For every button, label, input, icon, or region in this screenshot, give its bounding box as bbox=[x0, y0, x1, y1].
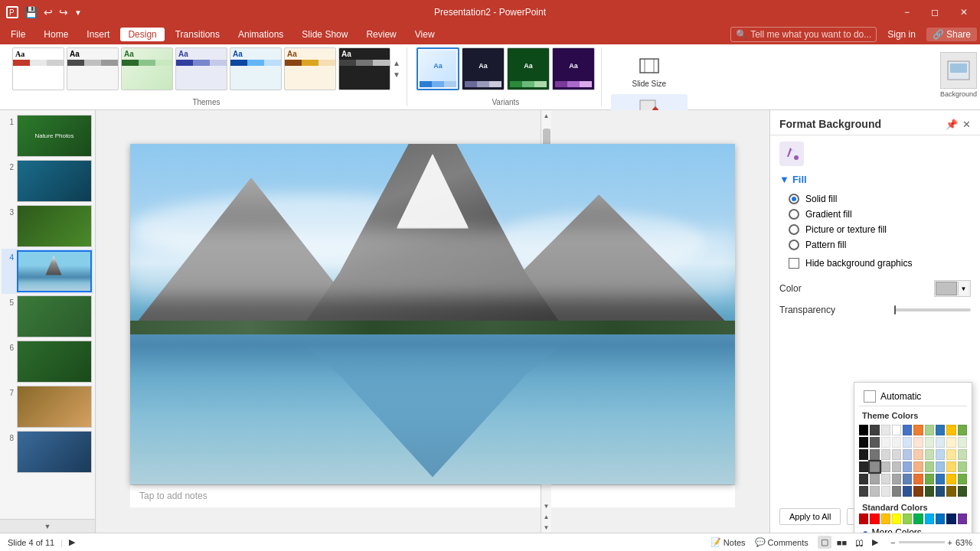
menu-animations[interactable]: Animations bbox=[230, 28, 291, 41]
cp-cell-5-6[interactable] bbox=[925, 486, 934, 497]
scroll-up-btn[interactable]: ▲ bbox=[541, 110, 551, 121]
gradient-fill-option[interactable]: Gradient fill bbox=[779, 207, 971, 222]
panel-close-btn[interactable]: ✕ bbox=[962, 119, 971, 130]
cp-cell-1-5[interactable] bbox=[913, 437, 923, 448]
cp-cell-5-4[interactable] bbox=[903, 486, 912, 497]
cp-std-9[interactable] bbox=[958, 514, 967, 524]
search-bar[interactable]: 🔍 Tell me what you want to do... bbox=[730, 27, 877, 42]
cp-cell-1-3[interactable] bbox=[892, 437, 901, 448]
cp-cell-0-5[interactable] bbox=[913, 425, 923, 435]
menu-file[interactable]: File bbox=[3, 28, 33, 41]
window-minimize[interactable]: − bbox=[898, 7, 916, 18]
cp-cell-2-3[interactable] bbox=[892, 449, 901, 460]
transparency-slider[interactable] bbox=[894, 308, 971, 311]
cp-std-0[interactable] bbox=[859, 514, 868, 524]
cp-cell-4-5[interactable] bbox=[913, 474, 923, 484]
cp-cell-1-2[interactable] bbox=[881, 437, 890, 448]
cp-cell-4-8[interactable] bbox=[946, 474, 956, 484]
variant-item-1[interactable]: Aa bbox=[462, 47, 505, 90]
cp-cell-1-4[interactable] bbox=[903, 437, 912, 448]
cp-cell-3-7[interactable] bbox=[936, 461, 945, 472]
cp-cell-2-6[interactable] bbox=[925, 449, 934, 460]
slide-thumb-6[interactable]: 6 bbox=[2, 339, 93, 384]
cp-cell-2-8[interactable] bbox=[946, 449, 956, 460]
variant-item-0[interactable]: Aa bbox=[416, 47, 459, 90]
normal-view-btn[interactable]: ▢ bbox=[818, 536, 831, 549]
solid-fill-radio[interactable] bbox=[789, 194, 799, 204]
quick-access-more[interactable]: ▼ bbox=[74, 8, 82, 17]
cp-more-colors-option[interactable]: ● More Colors... bbox=[859, 524, 967, 533]
reading-view-btn[interactable]: 🕮 bbox=[852, 536, 867, 549]
cp-cell-0-9[interactable] bbox=[958, 425, 967, 435]
cp-std-8[interactable] bbox=[946, 514, 956, 524]
cp-cell-3-8[interactable] bbox=[946, 461, 956, 472]
panel-pin-btn[interactable]: 📌 bbox=[946, 119, 958, 130]
cp-cell-4-0[interactable] bbox=[859, 474, 868, 484]
cp-cell-5-0[interactable] bbox=[859, 486, 868, 497]
theme-item-2[interactable]: Aa bbox=[121, 47, 173, 90]
background-panel-trigger[interactable]: Background bbox=[940, 52, 977, 98]
slide-thumb-1[interactable]: 1 Nature Photos bbox=[2, 113, 93, 158]
cp-cell-1-0[interactable] bbox=[859, 437, 868, 448]
cp-cell-4-1[interactable] bbox=[870, 474, 879, 484]
cp-cell-4-6[interactable] bbox=[925, 474, 934, 484]
cp-cell-2-5[interactable] bbox=[913, 449, 923, 460]
cp-cell-5-7[interactable] bbox=[936, 486, 945, 497]
comments-btn[interactable]: 💬 Comments bbox=[755, 537, 808, 547]
cp-std-7[interactable] bbox=[936, 514, 945, 524]
menu-review[interactable]: Review bbox=[358, 28, 403, 41]
cp-cell-3-6[interactable] bbox=[925, 461, 934, 472]
window-restore[interactable]: ◻ bbox=[925, 7, 945, 18]
quick-access-undo[interactable]: ↩ bbox=[44, 6, 53, 18]
share-btn[interactable]: 🔗 Share bbox=[926, 28, 977, 41]
slide-sorter-btn[interactable]: ■■ bbox=[834, 536, 850, 549]
pattern-fill-radio[interactable] bbox=[789, 240, 799, 250]
menu-slideshow[interactable]: Slide Show bbox=[294, 28, 355, 41]
variant-item-2[interactable]: Aa bbox=[507, 47, 550, 90]
cp-cell-2-4[interactable] bbox=[903, 449, 912, 460]
slide-thumb-4[interactable]: 4 bbox=[2, 249, 93, 294]
cp-cell-0-2[interactable] bbox=[881, 425, 890, 435]
slider-thumb[interactable] bbox=[894, 305, 896, 315]
hide-background-option[interactable]: Hide background graphics bbox=[779, 256, 971, 271]
prev-slide-btn[interactable]: ▲ bbox=[541, 511, 551, 522]
slide-canvas[interactable] bbox=[130, 144, 735, 484]
cp-cell-4-3[interactable] bbox=[892, 474, 901, 484]
themes-scroll[interactable]: ▲ ▼ bbox=[393, 57, 400, 80]
theme-item-5[interactable]: Aa bbox=[284, 47, 336, 90]
variant-item-3[interactable]: Aa bbox=[552, 47, 595, 90]
cp-cell-1-8[interactable] bbox=[946, 437, 956, 448]
quick-access-save[interactable]: 💾 bbox=[24, 6, 38, 18]
slide-thumb-8[interactable]: 8 bbox=[2, 429, 93, 474]
cp-cell-1-9[interactable] bbox=[958, 437, 967, 448]
picture-fill-radio[interactable] bbox=[789, 224, 799, 235]
cp-cell-5-5[interactable] bbox=[913, 486, 923, 497]
cp-cell-3-9[interactable] bbox=[958, 461, 967, 472]
cp-cell-0-1[interactable] bbox=[870, 425, 879, 435]
cp-std-4[interactable] bbox=[903, 514, 912, 524]
cp-cell-3-4[interactable] bbox=[903, 461, 912, 472]
solid-fill-option[interactable]: Solid fill bbox=[779, 191, 971, 207]
notes-btn[interactable]: 📝 Notes bbox=[710, 537, 746, 547]
cp-cell-2-7[interactable] bbox=[936, 449, 945, 460]
cp-cell-4-9[interactable] bbox=[958, 474, 967, 484]
menu-insert[interactable]: Insert bbox=[79, 28, 117, 41]
slide-size-btn[interactable]: Slide Size bbox=[611, 51, 688, 91]
menu-transitions[interactable]: Transitions bbox=[168, 28, 227, 41]
color-btn[interactable]: ▼ bbox=[934, 280, 971, 297]
cp-cell-0-3[interactable] bbox=[892, 425, 901, 435]
cp-cell-1-6[interactable] bbox=[925, 437, 934, 448]
cp-cell-3-1[interactable] bbox=[870, 461, 879, 472]
cp-cell-0-0[interactable] bbox=[859, 425, 868, 435]
next-slide-btn[interactable]: ▼ bbox=[541, 522, 551, 533]
pattern-fill-option[interactable]: Pattern fill bbox=[779, 237, 971, 253]
cp-cell-5-2[interactable] bbox=[881, 486, 890, 497]
cp-cell-5-8[interactable] bbox=[946, 486, 956, 497]
cp-cell-0-4[interactable] bbox=[903, 425, 912, 435]
cp-cell-3-3[interactable] bbox=[892, 461, 901, 472]
slide-thumb-7[interactable]: 7 bbox=[2, 384, 93, 429]
slide-panel-scroll-down[interactable]: ▼ bbox=[0, 519, 95, 533]
cp-cell-3-5[interactable] bbox=[913, 461, 923, 472]
slide-thumb-2[interactable]: 2 bbox=[2, 158, 93, 204]
hide-background-checkbox[interactable] bbox=[789, 258, 799, 269]
